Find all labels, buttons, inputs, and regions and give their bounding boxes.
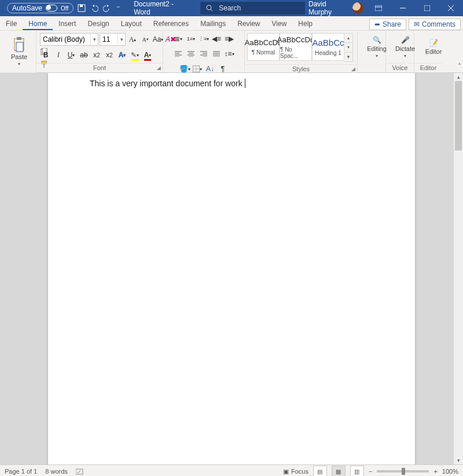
bullets-icon[interactable]: ≣▾ (172, 33, 184, 45)
paste-button[interactable]: Paste ▾ (3, 36, 35, 68)
focus-mode-button[interactable]: ▣Focus (283, 468, 308, 475)
font-color-icon[interactable]: A▾ (142, 49, 153, 61)
tab-review[interactable]: Review (232, 17, 266, 30)
tab-view[interactable]: View (266, 17, 293, 30)
tab-references[interactable]: References (148, 17, 194, 30)
word-count[interactable]: 8 words (45, 468, 68, 475)
highlight-icon[interactable]: ✎▾ (129, 49, 141, 61)
search-icon (206, 5, 213, 12)
editor-icon: 📝 (429, 39, 438, 47)
search-box[interactable] (200, 2, 305, 14)
style-normal[interactable]: AaBbCcDd¶ Normal (247, 33, 280, 61)
font-name-combo[interactable]: ▾ (40, 33, 98, 46)
print-layout-icon[interactable]: ▦ (332, 466, 346, 476)
group-label: Font (93, 64, 106, 71)
tab-insert[interactable]: Insert (53, 17, 82, 30)
strikethrough-icon[interactable]: ab (78, 49, 90, 61)
group-paragraph: ≣▾ 1≡▾ ⋮≡▾ ◀≡ ≡▶ ↕≡▾ 🪣▾ ▾ A↓ ¶ Paragraph… (163, 31, 245, 72)
change-case-icon[interactable]: Aa▾ (152, 34, 164, 45)
numbering-icon[interactable]: 1≡▾ (185, 33, 197, 45)
bold-icon[interactable]: B (40, 49, 52, 61)
style-gallery[interactable]: AaBbCcDd¶ Normal AaBbCcDd¶ No Spac... Aa… (247, 33, 353, 62)
underline-icon[interactable]: U▾ (65, 49, 77, 61)
text-effects-icon[interactable]: A▾ (116, 49, 128, 61)
align-right-icon[interactable] (198, 48, 210, 60)
group-clipboard: Paste ▾ ✂ Clipboard◢ (0, 31, 36, 72)
zoom-level[interactable]: 100% (442, 468, 458, 475)
read-mode-icon[interactable]: ▤ (313, 466, 327, 476)
scroll-up-icon[interactable]: ▴ (454, 73, 463, 81)
chevron-up-icon[interactable]: ▴ (344, 34, 352, 43)
zoom-slider[interactable] (377, 470, 429, 473)
group-editor: 📝Editor Editor (414, 31, 442, 72)
user-name[interactable]: David Murphy (308, 0, 349, 16)
save-icon[interactable] (77, 3, 86, 13)
page[interactable]: This is a very important document for wo… (48, 73, 415, 464)
svg-rect-11 (17, 37, 21, 40)
tab-design[interactable]: Design (82, 17, 115, 30)
close-icon[interactable] (439, 0, 463, 16)
web-layout-icon[interactable]: ▥ (350, 466, 364, 476)
svg-rect-4 (375, 5, 382, 11)
increase-indent-icon[interactable]: ≡▶ (223, 33, 235, 45)
ribbon-display-icon[interactable] (367, 0, 391, 16)
slider-thumb[interactable] (402, 468, 405, 475)
multilevel-list-icon[interactable]: ⋮≡▾ (198, 33, 210, 45)
svg-point-2 (207, 5, 211, 10)
subscript-icon[interactable]: x2 (91, 49, 102, 61)
style-gallery-scroll[interactable]: ▴▾▼ (344, 33, 353, 62)
decrease-indent-icon[interactable]: ◀≡ (211, 33, 222, 45)
style-heading-1[interactable]: AaBbCcHeading 1 (312, 33, 344, 61)
qat-overflow-icon[interactable]: ⁼ (115, 4, 121, 12)
group-voice: 🎤Dictate▾ Voice (386, 31, 414, 72)
search-input[interactable] (218, 3, 299, 13)
style-no-spacing[interactable]: AaBbCcDd¶ No Spac... (280, 33, 312, 61)
scroll-down-icon[interactable]: ▾ (454, 456, 463, 464)
minimize-icon[interactable] (391, 0, 415, 16)
chevron-down-icon[interactable]: ▾ (117, 34, 125, 45)
line-spacing-icon[interactable]: ↕≡▾ (223, 48, 235, 60)
tab-mailings[interactable]: Mailings (194, 17, 232, 30)
autosave-label: AutoSave (12, 4, 42, 12)
spellcheck-icon[interactable] (76, 468, 84, 475)
maximize-icon[interactable] (415, 0, 439, 16)
focus-icon: ▣ (283, 468, 289, 475)
autosave-toggle[interactable]: AutoSave Off (7, 3, 74, 13)
editor-button[interactable]: 📝Editor (418, 38, 449, 56)
clipboard-icon (13, 37, 25, 52)
grow-font-icon[interactable]: A▴ (127, 34, 138, 45)
font-name-input[interactable] (41, 35, 90, 43)
superscript-icon[interactable]: x2 (104, 49, 115, 61)
page-indicator[interactable]: Page 1 of 1 (5, 468, 37, 475)
italic-icon[interactable]: I (53, 49, 64, 61)
justify-icon[interactable] (211, 48, 222, 60)
undo-icon[interactable] (90, 3, 99, 13)
document-text[interactable]: This is a very important document for wo… (90, 79, 242, 88)
font-size-input[interactable] (100, 35, 117, 43)
dialog-launcher-icon[interactable]: ◢ (157, 65, 161, 71)
align-left-icon[interactable] (172, 48, 184, 60)
expand-gallery-icon[interactable]: ▼ (344, 53, 352, 61)
svg-line-3 (211, 9, 212, 11)
zoom-in-icon[interactable]: + (433, 468, 437, 475)
chevron-down-icon[interactable]: ▾ (344, 43, 352, 52)
document-area[interactable]: This is a very important document for wo… (0, 73, 463, 464)
redo-icon[interactable] (102, 3, 112, 13)
tab-help[interactable]: Help (292, 17, 318, 30)
zoom-out-icon[interactable]: − (369, 468, 372, 475)
align-center-icon[interactable] (185, 48, 197, 60)
chevron-down-icon: ▾ (18, 61, 20, 67)
tab-home[interactable]: Home (23, 17, 53, 30)
comments-button[interactable]: ✉Comments (409, 19, 461, 30)
avatar[interactable] (352, 2, 363, 14)
shrink-font-icon[interactable]: A▾ (139, 34, 151, 45)
font-size-combo[interactable]: ▾ (100, 33, 126, 46)
vertical-scrollbar[interactable]: ▴ ▾ (453, 73, 463, 464)
tab-layout[interactable]: Layout (115, 17, 148, 30)
share-button[interactable]: ➦Share (369, 19, 406, 30)
collapse-ribbon-icon[interactable]: ˄ (458, 63, 461, 71)
dialog-launcher-icon[interactable]: ◢ (351, 66, 355, 72)
chevron-down-icon[interactable]: ▾ (90, 34, 98, 45)
scroll-thumb[interactable] (455, 81, 462, 151)
tab-file[interactable]: File (0, 17, 23, 30)
